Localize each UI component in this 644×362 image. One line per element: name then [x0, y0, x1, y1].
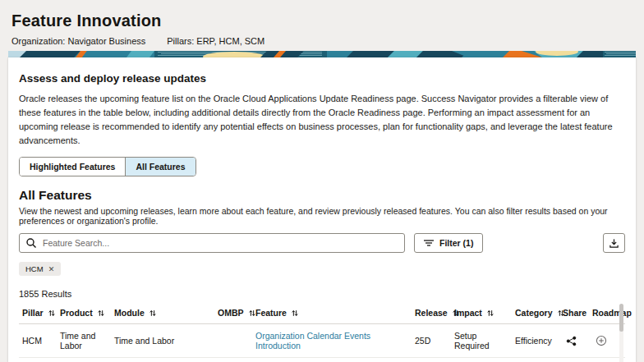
cell-share — [559, 324, 589, 358]
table-scrollbar[interactable] — [619, 304, 623, 362]
feature-tabs: Highlighted Features All Features — [19, 157, 196, 176]
filter-chip-hcm[interactable]: HCM ✕ — [19, 262, 61, 276]
filter-button-label: Filter (1) — [439, 238, 473, 248]
all-features-description: View the newest and upcoming releases, l… — [19, 206, 625, 226]
feature-link[interactable]: Organization Calendar Events Introductio… — [255, 331, 370, 351]
cell-impact: Setup Required — [451, 324, 512, 358]
column-header-product[interactable]: Product — [57, 302, 111, 324]
filter-button[interactable]: Filter (1) — [414, 233, 483, 253]
features-table: Pillar Product Module OMBP Feature Relea… — [19, 302, 625, 362]
pillars-label: Pillars: ERP, HCM, SCM — [167, 36, 264, 46]
column-header-release[interactable]: Release — [412, 302, 451, 324]
sort-icon[interactable] — [149, 309, 157, 318]
features-table-wrapper: Pillar Product Module OMBP Feature Relea… — [19, 302, 625, 362]
cell-category: Efficiency — [512, 358, 559, 362]
active-filter-chips: HCM ✕ — [19, 260, 625, 276]
feature-search-input[interactable] — [19, 233, 405, 253]
cell-module: Benefits — [111, 358, 214, 362]
banner-art — [8, 51, 636, 57]
column-header-share: Share — [559, 302, 589, 324]
share-icon[interactable] — [566, 336, 577, 346]
close-icon[interactable]: ✕ — [48, 265, 55, 273]
column-header-category[interactable]: Category — [512, 302, 559, 324]
download-icon — [609, 238, 619, 249]
cell-product: Time and Labor — [57, 324, 111, 358]
cell-share — [559, 358, 589, 362]
sort-icon[interactable] — [97, 309, 105, 318]
all-features-heading: All Features — [19, 188, 625, 203]
table-toolbar: Filter (1) — [19, 233, 625, 253]
column-header-impact[interactable]: Impact — [451, 302, 512, 324]
tab-highlighted-features[interactable]: Highlighted Features — [20, 158, 125, 176]
page-subtitle: Organization: Navigator Business Pillars… — [12, 36, 631, 46]
filter-chip-label: HCM — [25, 264, 44, 273]
sort-icon[interactable] — [486, 309, 494, 318]
cell-module: Time and Labor — [111, 324, 214, 358]
filter-icon — [424, 239, 434, 247]
page-header: Feature Innovation Organization: Navigat… — [0, 0, 644, 51]
cell-product: Benefits — [57, 358, 111, 362]
table-header-row: Pillar Product Module OMBP Feature Relea… — [19, 302, 625, 324]
circled-plus-icon[interactable] — [596, 335, 607, 346]
content-card: Assess and deploy release updates Oracle… — [8, 57, 636, 362]
search-field-wrapper — [19, 233, 405, 253]
decorative-banner — [8, 51, 636, 57]
results-count: 1855 Results — [19, 289, 625, 299]
cell-impact: Setup Required — [451, 358, 512, 362]
table-row: HCM Time and Labor Time and Labor Organi… — [19, 324, 625, 358]
download-button[interactable] — [603, 233, 625, 253]
cell-feature: Read-Only Access for the Redwood Benefit… — [252, 358, 412, 362]
assess-section-heading: Assess and deploy release updates — [19, 72, 625, 85]
cell-feature: Organization Calendar Events Introductio… — [252, 324, 412, 358]
sort-icon[interactable] — [248, 309, 256, 318]
cell-pillar: HCM — [19, 358, 57, 362]
cell-ombp — [214, 324, 252, 358]
search-icon — [25, 237, 37, 249]
scrollbar-thumb[interactable] — [619, 304, 623, 332]
assess-section-description: Oracle releases the upcoming feature lis… — [19, 92, 625, 148]
cell-pillar: HCM — [19, 324, 57, 358]
column-header-ombp[interactable]: OMBP — [214, 302, 252, 324]
column-header-pillar[interactable]: Pillar — [19, 302, 57, 324]
page-title: Feature Innovation — [12, 11, 631, 30]
column-header-feature[interactable]: Feature — [252, 302, 412, 324]
table-row: HCM Benefits Benefits Read-Only Access f… — [19, 358, 625, 362]
sort-icon[interactable] — [48, 309, 56, 318]
sort-icon[interactable] — [291, 309, 299, 318]
cell-release: 25D — [412, 358, 451, 362]
cell-release: 25D — [412, 324, 451, 358]
cell-category: Efficiency — [512, 324, 559, 358]
column-header-module[interactable]: Module — [111, 302, 214, 324]
cell-ombp — [214, 358, 252, 362]
organization-label: Organization: Navigator Business — [12, 36, 145, 46]
tab-all-features[interactable]: All Features — [125, 158, 195, 176]
